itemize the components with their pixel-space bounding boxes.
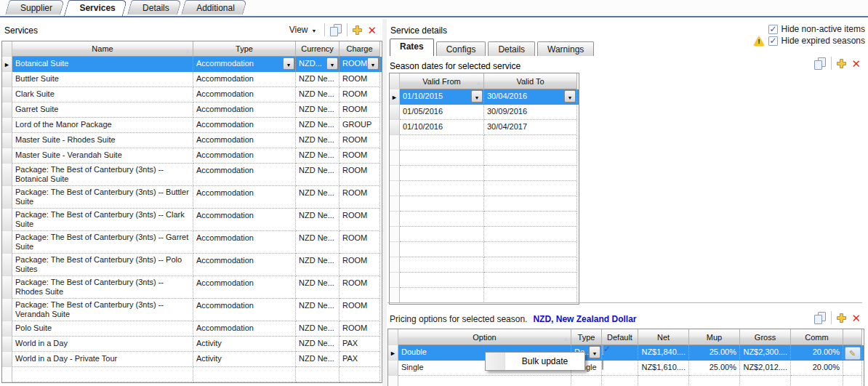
row-selector[interactable] [2, 276, 12, 299]
edit-rate-button[interactable] [845, 347, 861, 360]
add-icon[interactable] [837, 313, 846, 323]
row-selector[interactable] [2, 186, 12, 209]
delete-icon[interactable] [851, 58, 861, 69]
table-row[interactable]: Polo SuiteAccommodationNZD Ne...ROOM [2, 321, 382, 337]
row-selector[interactable] [2, 133, 12, 148]
row-selector[interactable] [2, 231, 12, 254]
empty-row [390, 227, 579, 242]
column-header-charge[interactable]: Charge [339, 41, 380, 57]
row-selector[interactable] [2, 118, 12, 133]
service-type: Accommodation [193, 186, 296, 209]
service-name: Package: The Best of Canterbury (3nts) -… [12, 276, 193, 299]
copy-icon[interactable] [330, 24, 342, 36]
column-header-comm[interactable]: Comm [791, 329, 843, 345]
row-selector[interactable] [390, 89, 400, 105]
table-row[interactable]: 01/05/201630/09/2016 [390, 105, 579, 120]
row-selector[interactable] [2, 164, 12, 186]
tab-warnings[interactable]: Warnings [537, 41, 594, 56]
table-row[interactable]: Package: The Best of Canterbury (3nts) -… [2, 186, 382, 209]
tab-details[interactable]: Details [488, 41, 535, 56]
service-details-title: Service details [390, 25, 447, 36]
row-selector[interactable] [2, 87, 12, 102]
tab-configs[interactable]: Configs [436, 41, 486, 56]
header-row-selector [2, 41, 12, 57]
dropdown-button[interactable] [326, 57, 338, 70]
column-header-gross[interactable]: Gross [740, 329, 791, 345]
copy-icon[interactable] [814, 57, 826, 69]
pricing-options-title: Pricing options for selected season. [390, 314, 527, 324]
menu-item-bulk-update[interactable]: Bulk update [505, 353, 584, 370]
column-header-mup[interactable]: Mup [689, 329, 740, 345]
row-selector[interactable] [388, 361, 398, 376]
dropdown-button[interactable] [283, 57, 294, 70]
add-icon[interactable] [837, 59, 846, 68]
column-header-default[interactable]: Default [602, 329, 638, 345]
default-checkbox[interactable] [602, 345, 603, 355]
column-header-net[interactable]: Net [638, 329, 689, 345]
row-selector[interactable] [2, 321, 12, 337]
row-selector[interactable] [2, 148, 12, 164]
tab-rates[interactable]: Rates [390, 39, 434, 56]
chevron-down-icon [568, 92, 573, 101]
column-header-currency[interactable]: Currency [296, 41, 339, 57]
dropdown-button[interactable] [471, 90, 483, 102]
table-row[interactable]: Package: The Best of Canterbury (3nts) -… [2, 164, 382, 186]
table-row[interactable]: Package: The Best of Canterbury (3nts) -… [2, 231, 382, 254]
row-selector[interactable] [2, 209, 12, 231]
row-selector[interactable] [2, 352, 12, 367]
column-header-valid-from[interactable]: Valid From [400, 73, 484, 89]
table-row[interactable]: Package: The Best of Canterbury (3nts) -… [2, 209, 382, 231]
table-row[interactable]: Clark SuiteAccommodationNZD Ne...ROOM [2, 87, 382, 102]
table-row[interactable]: Master Suite - Verandah SuiteAccommodati… [2, 148, 382, 164]
row-selector[interactable] [2, 72, 12, 87]
chevron-down-icon [475, 92, 480, 101]
table-row[interactable]: Package: The Best of Canterbury (3nts) -… [2, 299, 382, 321]
table-row[interactable]: Botanical Suite Accommodation NZD... ROO… [2, 57, 382, 72]
comm-cell: 20.00% [791, 345, 843, 361]
add-icon[interactable] [353, 25, 362, 35]
tab-details[interactable]: Details [129, 0, 180, 15]
row-selector[interactable] [390, 105, 400, 120]
default-checkbox[interactable] [602, 361, 603, 370]
table-row[interactable]: World in a DayActivityNZD Ne...PAX [2, 337, 382, 352]
service-type: Accommodation [193, 148, 296, 164]
row-selector[interactable] [390, 120, 400, 135]
services-panel-title: Services [4, 25, 38, 36]
table-row[interactable]: Master Suite - Rhodes SuiteAccommodation… [2, 133, 382, 148]
table-row[interactable]: Double Do... NZ$1,840.... 25.00% NZ$2,30… [388, 345, 864, 361]
table-row[interactable]: Garret SuiteAccommodationNZD Ne...ROOM [2, 102, 382, 118]
dropdown-button[interactable] [367, 57, 379, 70]
table-row[interactable]: Single Single NZ$1,610.... 25.00% NZ$2,0… [388, 361, 864, 376]
row-selector[interactable] [388, 345, 398, 361]
table-row[interactable]: 01/10/201630/04/2017 [390, 120, 579, 135]
tab-additional[interactable]: Additional [183, 0, 245, 15]
view-dropdown-button[interactable]: View [286, 23, 320, 36]
table-row[interactable]: Buttler SuiteAccommodationNZD Ne...ROOM [2, 72, 382, 87]
service-currency: NZD Ne... [296, 72, 339, 87]
table-row[interactable]: World in a Day - Private TourActivityNZD… [2, 352, 382, 367]
column-header-name[interactable]: Name [12, 41, 193, 57]
row-selector[interactable] [2, 57, 12, 72]
table-row[interactable]: 01/10/2015 30/04/2016 [390, 89, 579, 105]
row-selector[interactable] [2, 254, 12, 276]
column-header-type[interactable]: Type [571, 329, 602, 345]
tab-services[interactable]: Services [66, 0, 125, 15]
hide-expired-checkbox[interactable] [768, 36, 778, 46]
row-selector[interactable] [2, 299, 12, 321]
dropdown-button[interactable] [589, 346, 600, 358]
row-selector[interactable] [2, 337, 12, 352]
tab-supplier[interactable]: Supplier [7, 0, 63, 15]
delete-icon[interactable] [851, 313, 861, 323]
mup-cell: 25.00% [689, 345, 740, 361]
table-row[interactable]: Package: The Best of Canterbury (3nts) -… [2, 276, 382, 299]
copy-icon[interactable] [814, 312, 826, 323]
column-header-type[interactable]: Type [193, 41, 296, 57]
delete-icon[interactable] [367, 25, 377, 36]
dropdown-button[interactable] [564, 90, 576, 102]
row-selector[interactable] [2, 102, 12, 118]
table-row[interactable]: Lord of the Manor PackageAccommodationNZ… [2, 118, 382, 133]
column-header-valid-to[interactable]: Valid To [484, 73, 577, 89]
table-row[interactable]: Package: The Best of Canterbury (3nts) -… [2, 254, 382, 276]
column-header-option[interactable]: Option [398, 329, 571, 345]
hide-non-active-checkbox[interactable] [768, 25, 778, 34]
